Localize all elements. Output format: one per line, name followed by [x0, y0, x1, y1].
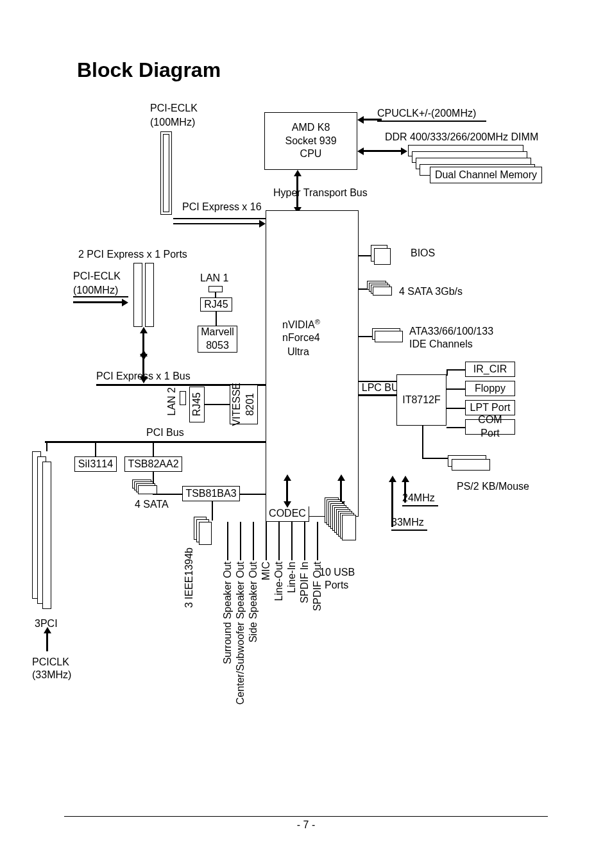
codec-v6	[291, 522, 293, 560]
lan2-jack	[180, 391, 186, 405]
bios-line	[359, 255, 371, 256]
tsb82-pci-line	[153, 442, 154, 456]
surround-label: Surround Speaker Out	[222, 562, 234, 664]
marvell-label: Marvell	[201, 326, 234, 339]
mhz24-line	[402, 505, 438, 506]
rj45-2-box: RJ45	[189, 387, 205, 422]
pci-bus-line	[45, 441, 266, 443]
rj45-2-label: RJ45	[191, 392, 204, 416]
it-ir-v	[446, 369, 448, 376]
it-ps2-h	[422, 458, 448, 459]
lpc-bot	[358, 395, 399, 396]
com-box: COM Port	[465, 419, 515, 435]
page-footer: - 7 -	[64, 816, 548, 831]
pci-eclk-top-freq: (100MHz)	[150, 117, 195, 128]
center-sub-label: Center/Subwoofer Speaker Out	[235, 562, 246, 705]
sil3114-box: SiI3114	[74, 456, 117, 472]
lan1-jack	[208, 286, 223, 292]
pci-eclk-mid: PCI-ECLK	[73, 271, 121, 282]
vitesse-num: 8201	[244, 393, 257, 416]
mic-label: MIC	[260, 562, 272, 580]
sata3g-line	[359, 288, 368, 290]
pci-eclk-top: PCI-ECLK	[150, 103, 198, 114]
two-pcie-x1-label: 2 PCI Express x 1 Ports	[78, 249, 187, 260]
ata-label: ATA33/66/100/133	[409, 326, 493, 337]
pci-eclk-mid-underline	[73, 296, 128, 297]
cpuclk-underline	[377, 121, 486, 122]
cpu-line2: Socket 939	[285, 135, 336, 148]
hyper-transport-label: Hyper Transport Bus	[273, 187, 368, 199]
vitesse-label: VITESSE	[230, 383, 244, 426]
mhz33-arrow	[391, 481, 393, 527]
pcie-x16-line-bot	[173, 223, 260, 224]
ir-cir-box: IR_CIR	[465, 362, 515, 377]
ps2-label: PS/2 KB/Mouse	[457, 481, 529, 492]
usb-count-label: 10 USB	[319, 567, 355, 578]
chipset-box	[266, 210, 359, 517]
spdif-in-label: SPDIF In	[299, 562, 310, 603]
it8712f-box: IT8712F	[396, 374, 446, 426]
cpu-ddr-bus	[362, 150, 402, 152]
codec-v5	[278, 522, 280, 560]
it-ps2-line	[422, 426, 423, 458]
pcie-x16-label: PCI Express x 16	[182, 201, 262, 213]
dual-channel-box: Dual Channel Memory	[430, 167, 542, 183]
codec-v2	[240, 522, 241, 560]
lpc-top	[358, 381, 399, 382]
side-label: Side Speaker Out	[248, 562, 259, 642]
it-com-line	[446, 427, 465, 428]
codec-v3	[253, 522, 254, 560]
chipset-l1: nVIDIA®	[282, 318, 320, 331]
four-sata-label: 4 SATA	[135, 499, 169, 510]
pci-bus-label: PCI Bus	[146, 427, 184, 438]
codec-chipset-arrow	[286, 480, 288, 503]
vitesse-box: VITESSE 8201	[230, 385, 258, 424]
cpu-line1: AMD K8	[292, 121, 330, 135]
spdif-out-label: SPDIF Out	[312, 562, 323, 611]
pcie-x1-slot-1	[133, 263, 142, 327]
line-in-label: Line-In	[286, 562, 298, 593]
pci-bus-down-left	[46, 442, 47, 451]
mhz24-label: 24MHz	[402, 492, 435, 504]
rj45-vitesse-line	[205, 404, 230, 405]
pci-eclk-mid-freq: (100MHz)	[73, 285, 118, 296]
codec-v7	[304, 522, 305, 560]
ide-label: IDE Channels	[409, 338, 473, 350]
page-title: Block Diagram	[77, 58, 221, 82]
block-diagram: AMD K8 Socket 939 CPU PCI-ECLK (100MHz) …	[64, 96, 552, 737]
floppy-box: Floppy	[465, 381, 515, 396]
marvell-box: Marvell 8053	[198, 326, 237, 353]
pcie-x16-slot-inner	[163, 134, 169, 212]
chipset-l2: nForce4	[282, 332, 320, 344]
tsb81-codec-h	[240, 494, 266, 495]
sata3g-label: 4 SATA 3Gb/s	[399, 286, 463, 297]
pcie-x1-bus-conn	[142, 355, 144, 378]
line-out-label: Line-Out	[273, 562, 285, 601]
pciclk-freq-label: (33MHz)	[32, 669, 71, 681]
it-ir-line	[446, 369, 465, 371]
codec-v1	[227, 522, 228, 560]
tsb81ba3-box: TSB81BA3	[182, 486, 240, 501]
pci-eclk-mid-arrow	[73, 301, 123, 303]
cpuclk-label: CPUCLK+/-(200MHz)	[377, 108, 476, 119]
pcie-x1-slot-2	[145, 263, 154, 327]
ddr-label: DDR 400/333/266/200MHz DIMM	[385, 131, 538, 143]
cpu-box: AMD K8 Socket 939 CPU	[264, 112, 357, 170]
lan1-label: LAN 1	[200, 272, 228, 284]
cpu-line3: CPU	[300, 147, 322, 161]
codec-box: CODEC	[266, 506, 309, 522]
pciclk-arrow	[46, 632, 48, 651]
mhz24-arrow	[404, 481, 406, 503]
marvell-num: 8053	[206, 339, 229, 353]
page-number: - 7 -	[297, 819, 315, 830]
codec-v4	[266, 522, 267, 560]
lan1-conn-line	[215, 292, 216, 297]
pciclk-label: PCICLK	[32, 656, 69, 668]
it-floppy-line	[446, 388, 465, 390]
chipset-l3: Ultra	[287, 346, 309, 358]
cpuclk-arrow	[362, 119, 382, 121]
it-lpt-line	[446, 408, 465, 409]
codec-v8	[317, 522, 318, 560]
mhz33-line	[391, 530, 427, 531]
bios-label: BIOS	[411, 247, 435, 259]
